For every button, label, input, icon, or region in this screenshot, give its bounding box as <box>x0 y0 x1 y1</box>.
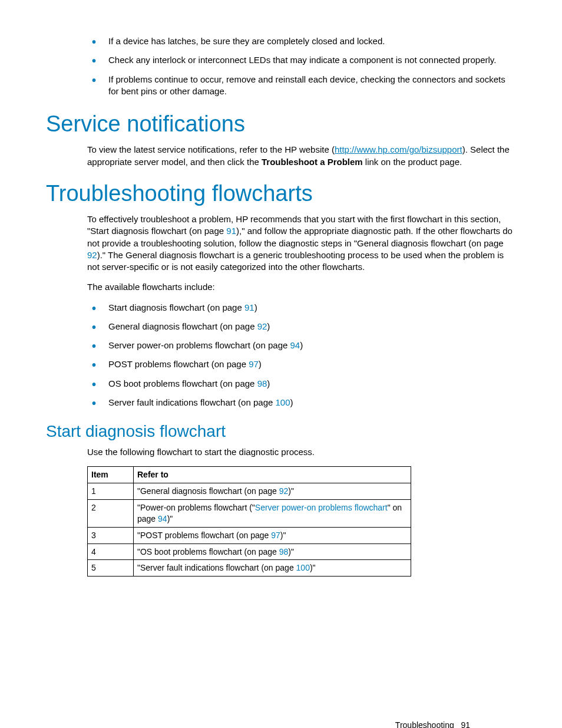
page-ref[interactable]: 92 <box>279 486 289 496</box>
table-row: 3 "POST problems flowchart (on page 97)" <box>88 527 411 543</box>
page-ref[interactable]: 91 <box>244 302 254 312</box>
table-row: 4 "OS boot problems flowchart (on page 9… <box>88 543 411 560</box>
col-item: Item <box>88 467 134 483</box>
page-ref[interactable]: 92 <box>257 321 267 331</box>
page-ref[interactable]: 98 <box>279 547 289 556</box>
list-item: If problems continue to occur, remove an… <box>87 74 516 98</box>
page-ref[interactable]: 98 <box>257 378 267 388</box>
list-item: POST problems flowchart (on page 97) <box>87 358 516 370</box>
col-refer: Refer to <box>134 467 411 483</box>
flowchart-list: Start diagnosis flowchart (on page 91) G… <box>87 302 516 409</box>
heading-start-diagnosis: Start diagnosis flowchart <box>46 420 516 443</box>
page-ref[interactable]: 97 <box>249 359 259 369</box>
list-item: Server power-on problems flowchart (on p… <box>87 340 516 351</box>
start-paragraph: Use the following flowchart to start the… <box>87 446 516 458</box>
list-item: Start diagnosis flowchart (on page 91) <box>87 302 516 314</box>
list-item: Check any interlock or interconnect LEDs… <box>87 54 516 66</box>
page-ref[interactable]: 94 <box>158 514 167 523</box>
page-ref[interactable]: 100 <box>296 563 310 572</box>
list-item: Server fault indications flowchart (on p… <box>87 397 516 409</box>
table-header-row: Item Refer to <box>88 467 411 483</box>
list-item: OS boot problems flowchart (on page 98) <box>87 378 516 390</box>
table-row: 5 "Server fault indications flowchart (o… <box>88 560 411 577</box>
troubleshoot-paragraph-1: To effectively troubleshoot a problem, H… <box>87 213 516 273</box>
page-ref[interactable]: 100 <box>275 397 290 407</box>
reference-table: Item Refer to 1 "General diagnosis flowc… <box>87 466 411 577</box>
troubleshoot-paragraph-2: The available flowcharts include: <box>87 281 516 293</box>
list-item: General diagnosis flowchart (on page 92) <box>87 321 516 332</box>
page-ref[interactable]: 92 <box>87 250 97 260</box>
page-ref[interactable]: 97 <box>271 531 280 540</box>
list-item: If a device has latches, be sure they ar… <box>87 35 516 47</box>
page-ref[interactable]: 94 <box>290 340 300 350</box>
hp-bizsupport-link[interactable]: http://www.hp.com/go/bizsupport <box>335 144 462 154</box>
heading-service-notifications: Service notifications <box>46 109 516 139</box>
flowchart-link[interactable]: Server power-on problems flowchart <box>255 503 388 512</box>
table-row: 1 "General diagnosis flowchart (on page … <box>88 483 411 500</box>
page-ref[interactable]: 91 <box>226 226 236 236</box>
top-bullet-list: If a device has latches, be sure they ar… <box>87 35 516 97</box>
heading-troubleshooting-flowcharts: Troubleshooting flowcharts <box>46 179 516 209</box>
service-paragraph: To view the latest service notifications… <box>87 144 516 168</box>
page-footer: Troubleshooting 91 <box>395 720 470 728</box>
troubleshoot-bold: Troubleshoot a Problem <box>262 157 363 167</box>
table-row: 2 "Power-on problems flowchart ("Server … <box>88 499 411 527</box>
